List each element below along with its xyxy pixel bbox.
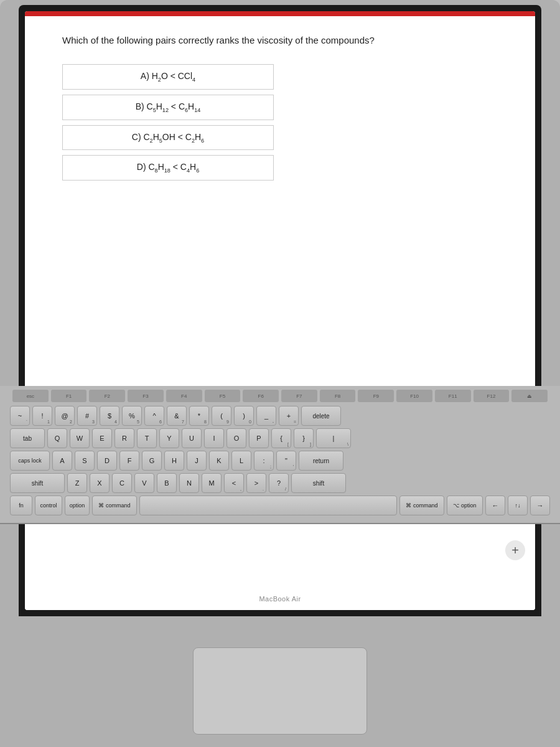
key-rows: ~` !1 @2 #3 $4 %5 ^6 &7 *8 (9 )0 _- += d…: [10, 406, 550, 515]
key-row-asdf: caps lock A S D F G H J K L :; "' return: [10, 451, 550, 471]
key-f[interactable]: F: [119, 451, 139, 471]
key-c[interactable]: C: [112, 473, 132, 493]
plus-button[interactable]: +: [505, 540, 525, 560]
key-fn[interactable]: fn: [10, 496, 32, 515]
key-f5[interactable]: F5: [205, 390, 241, 402]
key-y[interactable]: Y: [159, 428, 179, 448]
key-f12[interactable]: F12: [474, 390, 510, 402]
top-bar: [25, 11, 535, 16]
key-x[interactable]: X: [90, 473, 110, 493]
key-m[interactable]: M: [202, 473, 222, 493]
key-row-modifiers: fn control option ⌘ command ⌘ command ⌥ …: [10, 496, 550, 515]
key-4[interactable]: $4: [100, 406, 119, 426]
key-b[interactable]: B: [157, 473, 177, 493]
key-0[interactable]: )0: [234, 406, 254, 426]
key-right[interactable]: →: [530, 496, 550, 515]
key-f3[interactable]: F3: [128, 390, 164, 402]
key-f10[interactable]: F10: [396, 390, 432, 402]
key-d[interactable]: D: [97, 451, 117, 471]
key-semicolon[interactable]: :;: [254, 451, 274, 471]
laptop-base: [0, 635, 560, 747]
key-f7[interactable]: F7: [281, 390, 317, 402]
option-a[interactable]: A) H2O < CCl4: [62, 64, 274, 90]
key-l[interactable]: L: [231, 451, 251, 471]
key-equals[interactable]: +=: [279, 406, 299, 426]
key-z[interactable]: Z: [67, 473, 87, 493]
key-backslash[interactable]: |\: [316, 428, 351, 448]
option-b[interactable]: B) C5H12 < C6H14: [62, 95, 274, 120]
keyboard-area: esc F1 F2 F3 F4 F5 F6 F7 F8 F9 F10 F11 F…: [0, 386, 560, 523]
macbook-label: MacBook Air: [259, 595, 301, 603]
fn-row: esc F1 F2 F3 F4 F5 F6 F7 F8 F9 F10 F11 F…: [12, 389, 548, 403]
key-w[interactable]: W: [70, 428, 90, 448]
trackpad[interactable]: [193, 647, 367, 735]
question-text: Which of the following pairs correctly r…: [62, 35, 498, 45]
key-n[interactable]: N: [179, 473, 199, 493]
key-f11[interactable]: F11: [435, 390, 471, 402]
screen-bezel: Which of the following pairs correctly r…: [19, 5, 541, 616]
key-period[interactable]: >.: [246, 473, 266, 493]
key-space[interactable]: [139, 496, 397, 515]
key-8[interactable]: *8: [189, 406, 209, 426]
key-backtick[interactable]: ~`: [10, 406, 30, 426]
key-row-zxcv: shift Z X C V B N M <, >. ?/ shift: [10, 473, 550, 493]
key-t[interactable]: T: [137, 428, 157, 448]
key-a[interactable]: A: [52, 451, 72, 471]
key-e[interactable]: E: [92, 428, 112, 448]
key-f6[interactable]: F6: [243, 390, 279, 402]
key-7[interactable]: &7: [167, 406, 187, 426]
key-return[interactable]: return: [299, 451, 343, 471]
key-u[interactable]: U: [182, 428, 202, 448]
key-esc[interactable]: esc: [12, 390, 49, 402]
key-option-left[interactable]: option: [65, 496, 90, 515]
key-j[interactable]: J: [187, 451, 207, 471]
key-quote[interactable]: "': [276, 451, 296, 471]
key-6[interactable]: ^6: [144, 406, 164, 426]
key-slash[interactable]: ?/: [269, 473, 289, 493]
key-f9[interactable]: F9: [358, 390, 394, 402]
key-power[interactable]: ⏏: [511, 390, 548, 402]
key-r[interactable]: R: [114, 428, 134, 448]
key-i[interactable]: I: [204, 428, 224, 448]
option-c[interactable]: C) C2H5OH < C2H6: [62, 125, 274, 151]
key-minus[interactable]: _-: [256, 406, 276, 426]
key-f4[interactable]: F4: [166, 390, 202, 402]
key-v[interactable]: V: [134, 473, 154, 493]
key-rbracket[interactable]: }]: [294, 428, 314, 448]
key-tab[interactable]: tab: [10, 428, 45, 448]
key-command-left[interactable]: ⌘ command: [92, 496, 137, 515]
key-comma[interactable]: <,: [224, 473, 244, 493]
key-3[interactable]: #3: [77, 406, 97, 426]
key-left[interactable]: ←: [485, 496, 505, 515]
key-2[interactable]: @2: [55, 406, 75, 426]
key-f2[interactable]: F2: [89, 390, 125, 402]
key-shift-right[interactable]: shift: [291, 473, 346, 493]
key-delete[interactable]: delete: [301, 406, 341, 426]
key-s[interactable]: S: [75, 451, 95, 471]
key-g[interactable]: G: [142, 451, 162, 471]
key-command-right[interactable]: ⌘ command: [399, 496, 444, 515]
key-f8[interactable]: F8: [320, 390, 356, 402]
key-9[interactable]: (9: [212, 406, 231, 426]
key-option-right[interactable]: ⌥ option: [447, 496, 483, 515]
laptop-shell: Which of the following pairs correctly r…: [0, 0, 560, 635]
answer-options: A) H2O < CCl4 B) C5H12 < C6H14 C) C2H5OH…: [62, 64, 498, 181]
key-lbracket[interactable]: {[: [271, 428, 291, 448]
key-k[interactable]: K: [209, 451, 229, 471]
key-control[interactable]: control: [35, 496, 62, 515]
key-f1[interactable]: F1: [51, 390, 87, 402]
key-p[interactable]: P: [249, 428, 269, 448]
key-5[interactable]: %5: [122, 406, 142, 426]
key-o[interactable]: O: [226, 428, 246, 448]
key-1[interactable]: !1: [32, 406, 52, 426]
key-caps[interactable]: caps lock: [10, 451, 50, 471]
key-shift-left[interactable]: shift: [10, 473, 65, 493]
option-d[interactable]: D) C8H18 < C4H6: [62, 155, 274, 181]
key-updown[interactable]: ↑↓: [508, 496, 528, 515]
key-h[interactable]: H: [164, 451, 184, 471]
key-q[interactable]: Q: [47, 428, 67, 448]
key-row-qwerty: tab Q W E R T Y U I O P {[ }] |\: [10, 428, 550, 448]
key-row-numbers: ~` !1 @2 #3 $4 %5 ^6 &7 *8 (9 )0 _- += d…: [10, 406, 550, 426]
